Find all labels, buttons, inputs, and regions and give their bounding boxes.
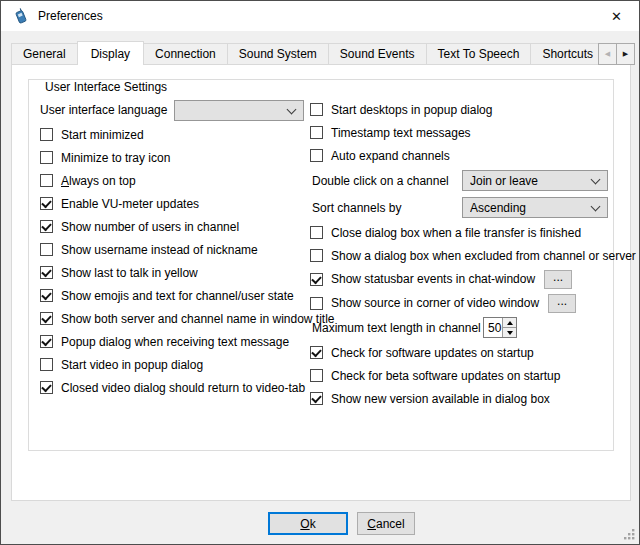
tab-scroll-left-button[interactable]: ◀ (598, 43, 617, 65)
checkbox-row[interactable]: Always on top (40, 169, 312, 192)
checkbox-row[interactable]: Popup dialog when receiving text message (40, 330, 312, 353)
checkbox-row[interactable]: Show both server and channel name in win… (40, 307, 312, 330)
checkbox-row[interactable]: Auto expand channels (310, 144, 626, 167)
tab-connection[interactable]: Connection (143, 43, 228, 65)
checkbox-label: Show statusbar events in chat-window (331, 272, 535, 286)
tab-shortcuts[interactable]: Shortcuts (530, 43, 599, 65)
cancel-label: Cancel (367, 517, 404, 531)
checkbox-checked[interactable] (310, 392, 323, 405)
checkbox-checked[interactable] (40, 266, 53, 279)
checkbox-checked[interactable] (40, 312, 53, 325)
ellipsis-button[interactable]: ... (544, 270, 572, 289)
tab-scroll-buttons: ◀ ▶ (598, 43, 635, 65)
checkbox-row[interactable]: Start video in popup dialog (40, 353, 312, 376)
checkbox-label: Show source in corner of video window (331, 296, 539, 310)
language-row: User interface language (40, 99, 312, 121)
checkbox-row[interactable]: Show a dialog box when excluded from cha… (310, 244, 626, 267)
checkbox-row[interactable]: Start minimized (40, 123, 312, 146)
display-tab-page: User Interface Settings User interface l… (11, 64, 631, 501)
checkbox-unchecked[interactable] (310, 226, 323, 239)
tab-bar: GeneralDisplayConnectionSound SystemSoun… (11, 41, 599, 65)
ok-label: Ok (300, 517, 315, 531)
checkbox-checked[interactable] (40, 289, 53, 302)
tab-general[interactable]: General (11, 43, 78, 65)
checkbox-checked[interactable] (40, 381, 53, 394)
checkbox-label: Show a dialog box when excluded from cha… (331, 249, 636, 263)
checkbox-checked[interactable] (40, 335, 53, 348)
checkbox-checked[interactable] (40, 197, 53, 210)
sort-channels-select[interactable]: Ascending (462, 197, 608, 218)
checkbox-row[interactable]: Enable VU-meter updates (40, 192, 312, 215)
checkbox-row[interactable]: Show statusbar events in chat-window... (310, 267, 626, 291)
spin-down-button[interactable] (503, 327, 516, 337)
checkbox-unchecked[interactable] (40, 358, 53, 371)
checkbox-row[interactable]: Show new version available in dialog box (310, 387, 626, 410)
checkbox-row[interactable]: Show last to talk in yellow (40, 261, 312, 284)
checkbox-label: Start desktops in popup dialog (331, 103, 492, 117)
sort-channels-row: Sort channels by Ascending (310, 194, 626, 221)
max-text-spinbox[interactable]: 50 (483, 317, 517, 338)
checkbox-unchecked[interactable] (310, 369, 323, 382)
chevron-down-icon (287, 106, 296, 115)
checkbox-row[interactable]: Check for software updates on startup (310, 341, 626, 364)
checkbox-row[interactable]: Close dialog box when a file transfer is… (310, 221, 626, 244)
right-checklist-bottom: Check for software updates on startupChe… (310, 341, 626, 410)
sort-channels-label: Sort channels by (310, 201, 401, 215)
ellipsis-button[interactable]: ... (548, 294, 576, 313)
close-button[interactable]: ✕ (594, 1, 639, 31)
close-icon: ✕ (611, 9, 622, 24)
language-label: User interface language (40, 103, 167, 117)
ok-button[interactable]: Ok (268, 512, 348, 535)
checkbox-checked[interactable] (40, 220, 53, 233)
checkbox-unchecked[interactable] (40, 243, 53, 256)
right-checklist-more: Show statusbar events in chat-window...S… (310, 267, 626, 315)
checkbox-label: Show emojis and text for channel/user st… (61, 289, 294, 303)
spin-up-button[interactable] (503, 318, 516, 327)
tab-scroll-right-button[interactable]: ▶ (616, 43, 635, 65)
checkbox-label: Always on top (61, 174, 136, 188)
checkbox-label: Closed video dialog should return to vid… (61, 381, 305, 395)
tab-sound-system[interactable]: Sound System (227, 43, 329, 65)
checkbox-unchecked[interactable] (40, 151, 53, 164)
checkbox-unchecked[interactable] (40, 174, 53, 187)
double-click-value: Join or leave (470, 174, 538, 188)
right-checklist-mid: Close dialog box when a file transfer is… (310, 221, 626, 267)
chevron-down-icon (591, 203, 600, 212)
checkbox-row[interactable]: Check for beta software updates on start… (310, 364, 626, 387)
checkbox-unchecked[interactable] (310, 149, 323, 162)
checkbox-unchecked[interactable] (40, 128, 53, 141)
language-select[interactable] (174, 100, 304, 121)
checkbox-unchecked[interactable] (310, 249, 323, 262)
checkbox-label: Auto expand channels (331, 149, 450, 163)
checkbox-label: Show both server and channel name in win… (61, 312, 335, 326)
tab-sound-events[interactable]: Sound Events (328, 43, 427, 65)
checkbox-row[interactable]: Closed video dialog should return to vid… (40, 376, 312, 399)
checkbox-label: Timestamp text messages (331, 126, 471, 140)
checkbox-row[interactable]: Show number of users in channel (40, 215, 312, 238)
sort-channels-value: Ascending (470, 201, 526, 215)
checkbox-label: Show username instead of nickname (61, 243, 258, 257)
checkbox-unchecked[interactable] (310, 126, 323, 139)
double-click-label: Double click on a channel (310, 174, 449, 188)
double-click-select[interactable]: Join or leave (462, 170, 608, 191)
arrow-down-icon (507, 331, 513, 335)
arrow-right-icon: ▶ (623, 50, 628, 58)
checkbox-checked[interactable] (310, 273, 323, 286)
resize-grip[interactable] (623, 528, 636, 541)
spin-buttons (502, 318, 516, 337)
tab-text-to-speech[interactable]: Text To Speech (426, 43, 532, 65)
checkbox-unchecked[interactable] (310, 103, 323, 116)
group-title: User Interface Settings (41, 80, 171, 94)
checkbox-row[interactable]: Minimize to tray icon (40, 146, 312, 169)
checkbox-row[interactable]: Start desktops in popup dialog (310, 98, 626, 121)
checkbox-row[interactable]: Show username instead of nickname (40, 238, 312, 261)
checkbox-checked[interactable] (310, 346, 323, 359)
checkbox-unchecked[interactable] (310, 297, 323, 310)
cancel-button[interactable]: Cancel (357, 512, 415, 535)
checkbox-label: Show number of users in channel (61, 220, 239, 234)
checkbox-label: Check for beta software updates on start… (331, 369, 560, 383)
checkbox-row[interactable]: Timestamp text messages (310, 121, 626, 144)
tab-display[interactable]: Display (77, 41, 144, 65)
checkbox-row[interactable]: Show emojis and text for channel/user st… (40, 284, 312, 307)
checkbox-row[interactable]: Show source in corner of video window... (310, 291, 626, 315)
